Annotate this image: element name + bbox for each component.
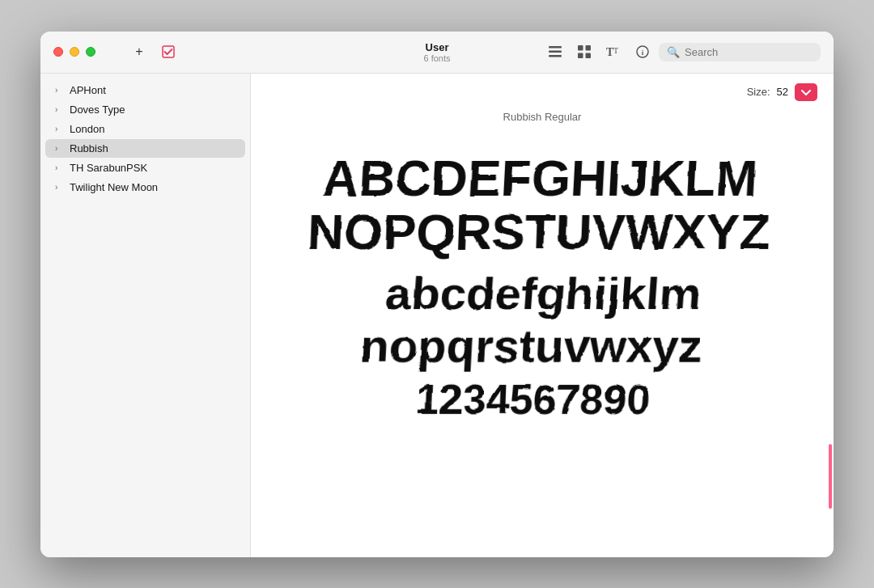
svg-text:ABCDEFGHIJKLM: ABCDEFGHIJKLM [321,150,759,206]
titlebar-actions: + [128,40,180,63]
search-icon: 🔍 [667,46,680,58]
svg-text:i: i [642,49,644,57]
size-label: Size: [747,86,770,98]
sidebar-item-label: Doves Type [70,104,235,116]
close-button[interactable] [53,47,63,57]
svg-text:1234567890: 1234567890 [415,376,651,423]
sidebar-item-doves-type[interactable]: › Doves Type [45,100,245,119]
svg-rect-2 [549,51,562,53]
svg-rect-5 [586,45,592,51]
titlebar: + User 6 fonts [40,32,834,74]
info-button[interactable]: i [630,39,656,65]
chevron-right-icon: › [55,86,65,95]
sidebar-item-london[interactable]: › London [45,120,245,138]
sidebar-item-label: APHont [70,84,235,96]
info-icon: i [636,45,649,58]
list-view-icon [549,46,562,57]
sidebar: › APHont › Doves Type › London › Rubbish… [40,74,251,557]
chevron-right-icon: › [55,144,65,153]
chevron-right-icon: › [55,163,65,172]
sidebar-item-label: London [70,123,235,135]
preview-header: Size: 52 [251,74,834,111]
sidebar-item-label: TH SarabunPSK [70,162,235,174]
app-window: + User 6 fonts [40,32,834,557]
svg-rect-1 [549,46,562,49]
font-preview-svg: ABCDEFGHIJKLM NOPQRSTUVWXYZ abcdefghijkl… [283,137,801,445]
search-input[interactable] [685,46,812,58]
sidebar-item-rubbish[interactable]: › Rubbish [45,139,245,158]
preview-pane: Size: 52 Rubbish Regular [251,74,834,557]
stepper-icon [800,87,812,98]
sidebar-item-aphont[interactable]: › APHont [45,81,245,99]
window-subtitle: 6 fonts [423,53,450,63]
search-box[interactable]: 🔍 [659,43,821,61]
size-stepper-button[interactable] [795,83,817,101]
preview-content: ABCDEFGHIJKLM NOPQRSTUVWXYZ abcdefghijkl… [251,129,834,557]
maximize-button[interactable] [86,47,95,57]
svg-rect-6 [578,53,583,59]
preview-scrollbar[interactable] [829,444,832,509]
svg-text:T: T [613,46,618,55]
sidebar-item-twilight-new-moon[interactable]: › Twilight New Moon [45,178,245,197]
chevron-right-icon: › [55,183,65,192]
size-value: 52 [777,86,788,98]
minimize-button[interactable] [70,47,79,57]
font-size-button[interactable]: T T [600,39,626,65]
svg-rect-3 [549,55,562,57]
size-control: Size: 52 [747,83,817,101]
check-button[interactable] [157,40,180,63]
svg-rect-4 [578,45,583,51]
svg-rect-7 [586,53,592,59]
sidebar-item-label: Twilight New Moon [70,181,235,193]
grid-view-button[interactable] [571,39,597,65]
main-content: › APHont › Doves Type › London › Rubbish… [40,74,834,557]
window-title: User 6 fonts [423,41,450,63]
chevron-right-icon: › [55,125,65,133]
svg-text:NOPQRSTUVWXYZ: NOPQRSTUVWXYZ [307,204,771,260]
add-font-button[interactable]: + [128,40,151,63]
font-size-icon: T T [606,45,621,58]
list-view-button[interactable] [542,39,568,65]
traffic-lights [53,47,95,57]
svg-text:abcdefghijklm: abcdefghijklm [384,269,702,318]
checkmark-icon [162,45,175,58]
grid-view-icon [578,45,591,58]
sidebar-item-label: Rubbish [70,142,235,154]
svg-text:nopqrstuvwxyz: nopqrstuvwxyz [359,319,703,372]
sidebar-item-th-sarabun-psk[interactable]: › TH SarabunPSK [45,159,245,177]
titlebar-right: T T i 🔍 [542,39,821,65]
font-name-label: Rubbish Regular [251,111,834,129]
window-title-text: User [426,41,449,53]
chevron-right-icon: › [55,105,65,114]
